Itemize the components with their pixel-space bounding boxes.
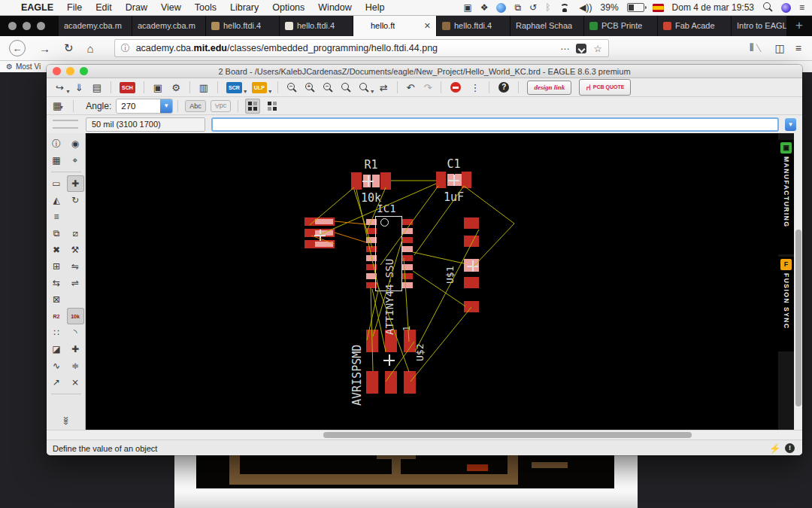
mark-icon[interactable]: ⌖	[67, 152, 84, 169]
vertical-scrollbar[interactable]	[794, 133, 802, 430]
browser-tab[interactable]: PCB Printe	[583, 15, 657, 36]
zoom-redraw-icon-dropdown[interactable]: ▼	[370, 89, 375, 96]
spotlight-icon[interactable]	[762, 2, 773, 14]
meander-icon[interactable]: ∿	[48, 357, 65, 374]
browser-tab[interactable]: Intro to EAGLE	[731, 15, 786, 36]
command-input[interactable]	[211, 117, 779, 132]
undo-icon[interactable]: ↶	[407, 83, 415, 93]
fusion-sync-tab[interactable]: F FUSION SYNC	[778, 257, 794, 351]
open-icon-dropdown[interactable]: ▼	[65, 89, 71, 96]
redo-icon[interactable]: ↷	[423, 83, 432, 93]
smd-pad[interactable]	[315, 219, 333, 224]
siri-icon[interactable]	[781, 3, 791, 13]
bookmark-most-visited[interactable]: Most Vi	[16, 62, 41, 71]
cam-processor-icon[interactable]: ⚙	[171, 83, 180, 93]
smd-pad[interactable]	[464, 277, 479, 288]
library-icon[interactable]: ▥	[199, 83, 208, 93]
name-icon[interactable]: ≡	[48, 208, 65, 225]
smd-pad[interactable]	[402, 255, 413, 261]
more-dots-icon[interactable]: ⋮	[470, 83, 480, 93]
browser-tab[interactable]: hello.ftdi.4	[279, 15, 353, 36]
mirror-text-flipped-button[interactable]: Abc	[211, 100, 232, 112]
pinswap-icon[interactable]: ⇆	[48, 275, 65, 291]
browser-tab[interactable]: academy.cba.m	[58, 15, 132, 36]
replace-icon[interactable]: ⇋	[67, 258, 84, 275]
zoom-redraw-icon[interactable]	[359, 82, 369, 93]
dropbox-icon[interactable]: ❖	[480, 2, 489, 13]
save-icon[interactable]: ⇓	[75, 83, 83, 93]
smd-pad[interactable]	[464, 236, 479, 247]
top-side-toggle[interactable]	[245, 99, 260, 114]
design-link-button[interactable]: design link	[527, 81, 571, 95]
mirror-icon[interactable]: ◭	[48, 192, 65, 208]
display-layers-icon[interactable]: ▦	[48, 152, 65, 169]
browser-window-controls[interactable]	[0, 15, 58, 36]
smd-pad[interactable]	[366, 330, 378, 352]
mirror-text-button[interactable]: Abc	[185, 100, 206, 112]
smd-pad[interactable]	[462, 172, 471, 188]
help-icon[interactable]: ?	[498, 82, 509, 93]
horizontal-scrollbar-thumb[interactable]	[323, 432, 692, 438]
palette-more-icon[interactable]: »»	[60, 416, 71, 423]
palette-grip[interactable]	[53, 120, 78, 129]
run-ulp-icon-dropdown[interactable]: ▼	[268, 89, 273, 96]
lock-icon[interactable]: ⊠	[48, 291, 65, 308]
bottom-side-toggle[interactable]	[265, 99, 280, 114]
menu-window[interactable]: Window	[318, 2, 351, 13]
value-icon[interactable]: 10k	[67, 308, 84, 324]
smd-pad[interactable]	[385, 371, 397, 394]
browser-tab[interactable]: Fab Acade	[657, 15, 731, 36]
url-bar[interactable]: ⓘ academy.cba.mit.edu/classes/embedded_p…	[114, 39, 609, 57]
ratsnest-icon[interactable]: ∷	[48, 324, 65, 341]
ripup-icon[interactable]: ⨯	[67, 374, 84, 391]
smd-pad[interactable]	[315, 242, 333, 247]
wifi-icon[interactable]	[559, 3, 571, 12]
show-icon[interactable]: ◉	[67, 135, 84, 152]
bookmark-star-icon[interactable]: ☆	[593, 43, 601, 54]
run-ulp-icon[interactable]: ULP	[252, 82, 267, 93]
paste-icon[interactable]: ⧄	[67, 225, 84, 242]
smd-pad[interactable]	[436, 172, 446, 188]
vertical-scrollbar-thumb[interactable]	[795, 230, 801, 406]
zoom-fit-icon[interactable]: −	[286, 82, 297, 93]
menu-help[interactable]: Help	[365, 2, 385, 13]
smd-pad[interactable]	[402, 273, 413, 279]
time-machine-icon[interactable]: ↺	[529, 2, 537, 13]
pocket-icon[interactable]	[576, 44, 586, 53]
delete-icon[interactable]: ✖	[48, 242, 65, 258]
smd-pad[interactable]	[464, 301, 479, 312]
smd-pad[interactable]	[402, 228, 413, 234]
schematic-board-switch-icon[interactable]: SCH	[120, 82, 135, 93]
run-script-icon[interactable]: SCR	[226, 82, 242, 93]
errors-indicator-icon[interactable]: !	[785, 443, 795, 453]
menu-view[interactable]: View	[161, 2, 181, 13]
volume-icon[interactable]: ◀))	[579, 2, 592, 13]
smd-pad[interactable]	[402, 237, 413, 243]
browser-tab[interactable]: Raphael Schaa	[510, 15, 583, 36]
new-tab-button[interactable]: +	[786, 15, 812, 36]
move-icon[interactable]: ✚	[67, 175, 84, 192]
rotate-icon[interactable]: ↻	[67, 192, 84, 208]
library-icon[interactable]: ⫴﹨	[750, 41, 765, 55]
home-button[interactable]: ⌂	[87, 42, 94, 55]
via-icon[interactable]: ✚	[67, 341, 84, 357]
add-icon[interactable]: ⊞	[48, 258, 65, 275]
sidebar-icon[interactable]: ◫	[775, 42, 785, 54]
horizontal-scrollbar[interactable]	[47, 430, 802, 440]
browser-tab[interactable]: hello.ftdi.4	[436, 15, 510, 36]
panels-icon[interactable]: ▣	[463, 2, 471, 13]
browser-tab[interactable]: hello.ft✕	[353, 15, 436, 36]
smd-pad[interactable]	[366, 371, 378, 394]
zoom-select-icon[interactable]	[341, 82, 351, 93]
battery-icon[interactable]	[627, 3, 644, 12]
page-actions-icon[interactable]: ⋯	[560, 43, 570, 54]
board-canvas[interactable]: R1 10k C1 1uF IC1 ATTINY44-SSU AVRISPSMD…	[86, 133, 778, 430]
refresh-icon[interactable]: ⇄	[380, 83, 388, 93]
smd-pad[interactable]	[380, 172, 391, 190]
group-icon[interactable]: ▭	[48, 175, 65, 192]
stop-icon[interactable]	[450, 82, 461, 93]
back-button[interactable]: ←	[9, 40, 26, 56]
browser-tab[interactable]: academy.cba.m	[132, 15, 205, 36]
smd-pad[interactable]	[402, 219, 413, 225]
menu-edit[interactable]: Edit	[95, 2, 112, 13]
